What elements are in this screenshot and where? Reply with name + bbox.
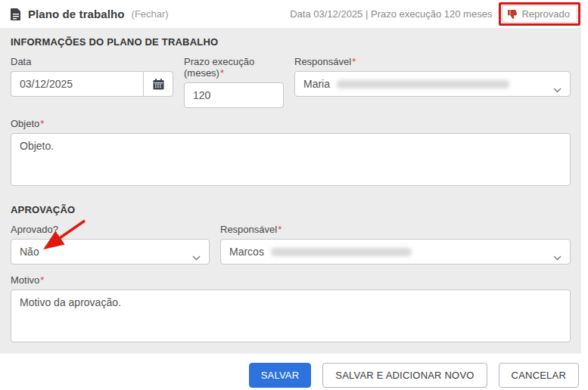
chevron-down-icon <box>553 82 562 96</box>
thumbs-down-icon <box>508 9 518 19</box>
calendar-icon <box>153 79 164 90</box>
section-title-aprovacao: APROVAÇÃO <box>11 204 571 215</box>
spacer <box>11 108 571 118</box>
header-meta: Data 03/12/2025 | Prazo execução 120 mes… <box>290 8 492 20</box>
form-panel: INFORMAÇÕES DO PLANO DE TRABALHO Data Pr… <box>0 28 581 354</box>
info-fields-row: Data Prazo execução (meses)* Responsável… <box>11 56 571 108</box>
required-mark: * <box>40 274 44 286</box>
section-title-informacoes: INFORMAÇÕES DO PLANO DE TRABALHO <box>11 36 571 48</box>
required-mark: * <box>352 56 356 67</box>
status-badge: Reprovado <box>502 5 577 23</box>
prazo-input[interactable] <box>184 82 284 108</box>
field-responsavel-aprovacao: Responsável* Marcos <box>220 224 571 265</box>
plano-de-trabalho-page: Plano de trabalho (Fechar) Data 03/12/20… <box>0 0 588 390</box>
field-prazo: Prazo execução (meses)* <box>184 56 284 108</box>
field-data: Data <box>11 56 173 108</box>
aprovacao-fields-row: Aprovado? Não Responsável* Marcos <box>11 224 571 265</box>
responsavel-info-select[interactable]: Maria <box>294 71 571 97</box>
document-icon <box>11 8 21 20</box>
field-motivo: Motivo* Motivo da aprovação. <box>11 274 571 342</box>
redacted-text <box>271 248 412 256</box>
close-link[interactable]: (Fechar) <box>132 8 169 20</box>
red-annotation-rectangle: Reprovado <box>499 2 580 26</box>
date-input[interactable] <box>11 71 143 97</box>
footer-actions: SALVAR SALVAR E ADICIONAR NOVO CANCELAR <box>0 354 588 388</box>
chevron-down-icon <box>553 250 562 264</box>
prazo-label: Prazo execução (meses)* <box>184 56 284 79</box>
header: Plano de trabalho (Fechar) Data 03/12/20… <box>0 0 588 28</box>
aprovado-label: Aprovado? <box>11 224 210 235</box>
save-and-add-new-button[interactable]: SALVAR E ADICIONAR NOVO <box>322 363 487 388</box>
data-label: Data <box>11 56 173 67</box>
page-title: Plano de trabalho <box>28 8 125 20</box>
field-responsavel-info: Responsável* Maria <box>294 56 571 108</box>
aprovado-select[interactable]: Não <box>11 239 210 265</box>
required-mark: * <box>220 67 224 79</box>
chevron-down-icon <box>192 250 201 264</box>
field-objeto: Objeto* Objeto. <box>11 118 571 186</box>
save-button[interactable]: SALVAR <box>249 363 312 388</box>
objeto-label: Objeto* <box>11 118 571 129</box>
responsavel-aprovacao-label: Responsável* <box>220 224 571 235</box>
responsavel-info-label: Responsável* <box>294 56 571 67</box>
motivo-label: Motivo* <box>11 274 571 286</box>
status-badge-label: Reprovado <box>521 8 570 20</box>
responsavel-aprovacao-select[interactable]: Marcos <box>220 239 571 265</box>
required-mark: * <box>40 118 44 129</box>
required-mark: * <box>278 224 282 235</box>
redacted-text <box>337 80 509 88</box>
spacer <box>11 186 571 204</box>
field-aprovado: Aprovado? Não <box>11 224 210 265</box>
calendar-button[interactable] <box>143 71 173 97</box>
cancel-button[interactable]: CANCELAR <box>499 363 579 388</box>
motivo-textarea[interactable]: Motivo da aprovação. <box>11 289 571 342</box>
spacer <box>11 265 571 274</box>
date-input-group <box>11 71 173 97</box>
objeto-textarea[interactable]: Objeto. <box>11 133 571 186</box>
